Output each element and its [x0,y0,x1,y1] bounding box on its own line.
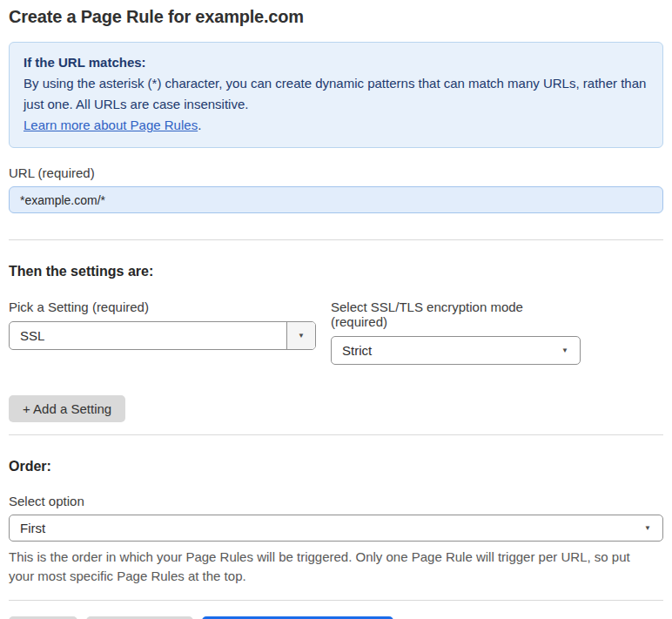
add-setting-button[interactable]: + Add a Setting [9,395,125,422]
info-box-link-line: Learn more about Page Rules. [24,115,648,136]
info-box-body: By using the asterisk (*) character, you… [24,73,648,115]
order-dropdown[interactable]: First ▼ [9,515,663,542]
ssl-mode-value: Strict [332,343,561,358]
learn-more-link[interactable]: Learn more about Page Rules [24,118,198,132]
ssl-mode-dropdown[interactable]: Strict ▼ [331,336,581,365]
chevron-down-icon: ▼ [561,347,580,354]
info-box-body-text: By using the asterisk (*) character, you… [24,76,646,111]
settings-section-heading: Then the settings are: [9,264,663,279]
setting-picker-label: Pick a Setting (required) [9,299,316,314]
setting-picker-column: Pick a Setting (required) SSL ▼ [9,299,316,365]
ssl-mode-label: Select SSL/TLS encryption mode (required… [331,299,581,329]
page-title: Create a Page Rule for example.com [9,7,663,27]
divider-url-section [9,239,663,240]
order-select-label: Select option [9,494,663,508]
divider-settings-section [9,434,663,435]
page-rule-form: Create a Page Rule for example.com If th… [0,0,672,619]
url-field-label: URL (required) [9,165,663,180]
divider-footer [9,600,663,601]
link-suffix: . [198,118,201,132]
setting-picker-dropdown[interactable]: SSL ▼ [9,321,316,350]
chevron-down-icon: ▼ [644,525,662,532]
order-helper-text: This is the order in which your Page Rul… [9,548,653,586]
order-value: First [10,521,644,535]
info-box-heading: If the URL matches: [24,52,648,73]
setting-picker-arrow-segment[interactable]: ▼ [286,322,315,349]
url-match-info-box: If the URL matches: By using the asteris… [9,42,663,148]
order-section-heading: Order: [9,459,663,474]
settings-row: Pick a Setting (required) SSL ▼ Select S… [9,299,663,365]
ssl-mode-column: Select SSL/TLS encryption mode (required… [331,299,581,365]
url-input[interactable] [9,186,663,213]
chevron-down-icon: ▼ [298,333,305,340]
setting-picker-value: SSL [10,328,286,343]
